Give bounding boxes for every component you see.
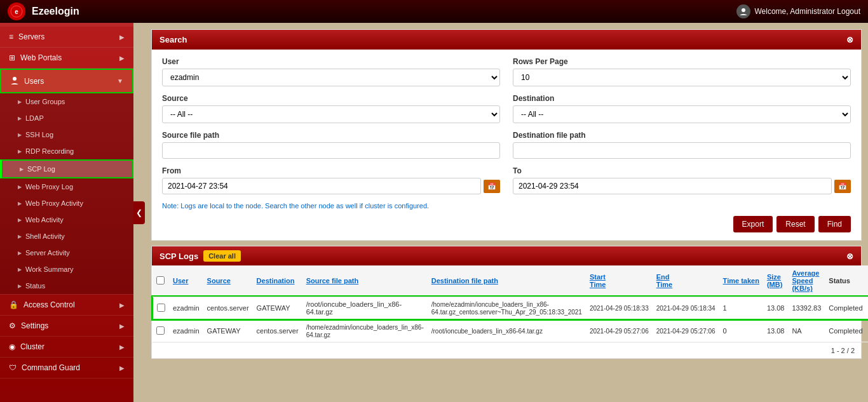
- to-date-field: 📅: [513, 178, 851, 194]
- speed-sort-link[interactable]: AverageSpeed(KB/s): [792, 269, 819, 292]
- row2-checkbox-cell: [153, 319, 169, 342]
- command-guard-chevron: ▶: [119, 365, 125, 372]
- col-user: User: [169, 265, 203, 297]
- start-time-sort-link[interactable]: StartTime: [590, 273, 606, 288]
- source-file-path-group: Source file path: [162, 131, 500, 159]
- sidebar-item-settings[interactable]: ⚙ Settings ▶: [0, 316, 133, 336]
- row1-dest-path: /home/ezadmin/ioncube_loaders_lin_x86-64…: [428, 297, 586, 319]
- row1-checkbox[interactable]: [157, 304, 165, 312]
- sidebar-item-shell-activity[interactable]: Shell Activity: [0, 228, 133, 245]
- row1-size: 13.08: [763, 297, 789, 319]
- sidebar-label-servers: Servers: [18, 32, 44, 41]
- sidebar-item-web-proxy-activity[interactable]: Web Proxy Activity: [0, 195, 133, 211]
- sidebar-item-status[interactable]: Status: [0, 278, 133, 294]
- pagination: 1 - 2 / 2: [152, 342, 861, 358]
- sidebar-item-command-guard[interactable]: 🛡 Command Guard ▶: [0, 358, 133, 378]
- source-label: Source: [162, 94, 500, 103]
- reset-button[interactable]: Reset: [776, 216, 814, 232]
- search-buttons: Export Reset Find: [162, 216, 851, 232]
- row1-checkbox-cell: [153, 297, 169, 319]
- sidebar-item-servers[interactable]: ≡ Servers ▶: [0, 27, 133, 47]
- svg-text:e: e: [15, 8, 18, 15]
- sidebar-section-command-guard: 🛡 Command Guard ▶: [0, 358, 133, 379]
- row2-start-time: 2021-04-29 05:27:06: [586, 319, 653, 342]
- col-checkbox: [153, 265, 169, 297]
- row1-time-taken: 1: [719, 297, 763, 319]
- dst-path-sort-link[interactable]: Destination file path: [431, 277, 498, 285]
- access-control-chevron: ▶: [119, 302, 125, 309]
- destination-sort-link[interactable]: Destination: [257, 277, 295, 285]
- sidebar-item-web-portals[interactable]: ⊞ Web Portals ▶: [0, 48, 133, 68]
- size-sort-link[interactable]: Size(MB): [767, 273, 782, 288]
- sidebar-label-access-control: Access Control: [24, 300, 75, 309]
- sidebar-section-cluster: ◉ Cluster ▶: [0, 337, 133, 358]
- row2-source-path: /home/ezadmin/ioncube_loaders_lin_x86-64…: [302, 319, 428, 342]
- sidebar-item-scp-log[interactable]: SCP Log: [0, 159, 133, 178]
- sidebar-section-users: Users ▼ User Groups LDAP SSH Log RDP Rec…: [0, 69, 133, 295]
- search-panel: Search ⊗ User ezadmin Rows Per Page: [151, 29, 862, 241]
- source-file-path-input[interactable]: [162, 142, 500, 159]
- to-calendar-button[interactable]: 📅: [834, 180, 851, 193]
- sidebar-item-work-summary[interactable]: Work Summary: [0, 261, 133, 278]
- export-button[interactable]: Export: [733, 216, 773, 232]
- from-date-input[interactable]: [162, 178, 481, 194]
- end-time-sort-link[interactable]: EndTime: [656, 273, 672, 288]
- clear-all-button[interactable]: Clear all: [203, 250, 241, 262]
- source-select[interactable]: -- All --: [162, 105, 500, 123]
- topbar-left: e Ezeelogin: [8, 3, 79, 20]
- search-collapse-icon[interactable]: ⊗: [846, 35, 853, 44]
- user-label: User: [162, 57, 500, 66]
- logs-header-right: ⊗: [846, 251, 853, 261]
- sidebar-collapse-button[interactable]: ❮: [133, 201, 145, 224]
- user-sort-link[interactable]: User: [173, 277, 188, 285]
- logs-collapse-icon[interactable]: ⊗: [846, 251, 853, 261]
- col-dest-file-path: Destination file path: [428, 265, 586, 297]
- sidebar-item-user-groups[interactable]: User Groups: [0, 93, 133, 110]
- user-select[interactable]: ezadmin: [162, 69, 500, 86]
- command-guard-icon: 🛡: [9, 363, 17, 372]
- source-file-path-label: Source file path: [162, 131, 500, 140]
- sidebar-item-access-control[interactable]: 🔒 Access Control ▶: [0, 295, 133, 315]
- sidebar-item-ssh-log[interactable]: SSH Log: [0, 126, 133, 143]
- settings-chevron: ▶: [119, 323, 125, 330]
- form-row-4: From 📅 To 📅: [162, 166, 851, 194]
- row2-checkbox[interactable]: [156, 326, 165, 335]
- rows-per-page-select[interactable]: 10: [513, 69, 851, 86]
- form-row-2: Source -- All -- Destination -- All --: [162, 94, 851, 123]
- to-date-group: To 📅: [513, 166, 851, 194]
- to-date-input[interactable]: [513, 178, 832, 194]
- source-field-group: Source -- All --: [162, 94, 500, 123]
- from-label: From: [162, 166, 500, 175]
- web-portals-icon: ⊞: [9, 53, 15, 62]
- col-status: Status: [825, 265, 866, 297]
- web-portals-chevron: ▶: [119, 55, 125, 62]
- find-button[interactable]: Find: [818, 216, 851, 232]
- from-date-group: From 📅: [162, 166, 500, 194]
- row2-dest-path: /root/ioncube_loaders_lin_x86-64.tar.gz: [428, 319, 586, 342]
- form-row-1: User ezadmin Rows Per Page 10: [162, 57, 851, 86]
- svg-point-3: [13, 77, 17, 81]
- col-size: Size(MB): [763, 265, 789, 297]
- settings-icon: ⚙: [9, 321, 16, 330]
- destination-select[interactable]: -- All --: [513, 105, 851, 123]
- dest-file-path-input[interactable]: [513, 142, 851, 159]
- source-sort-link[interactable]: Source: [207, 277, 231, 285]
- src-path-sort-link[interactable]: Source file path: [306, 277, 359, 285]
- select-all-checkbox[interactable]: [156, 276, 165, 285]
- sidebar-item-ldap[interactable]: LDAP: [0, 110, 133, 126]
- sidebar-item-cluster[interactable]: ◉ Cluster ▶: [0, 337, 133, 357]
- users-chevron: ▼: [117, 77, 123, 84]
- sidebar-item-web-activity[interactable]: Web Activity: [0, 211, 133, 228]
- row1-end-time: 2021-04-29 05:18:34: [653, 297, 719, 319]
- table-row: ezadmin centos.server GATEWAY /root/ionc…: [153, 297, 868, 319]
- sidebar-item-web-proxy-log[interactable]: Web Proxy Log: [0, 178, 133, 195]
- sidebar-section-web-portals: ⊞ Web Portals ▶: [0, 48, 133, 69]
- access-control-icon: 🔒: [9, 300, 18, 309]
- sidebar-item-rdp-recording[interactable]: RDP Recording: [0, 143, 133, 159]
- from-calendar-button[interactable]: 📅: [484, 180, 500, 193]
- row2-status: Completed: [825, 319, 866, 342]
- sidebar-item-server-activity[interactable]: Server Activity: [0, 245, 133, 261]
- logs-panel: SCP Logs Clear all ⊗ User Source Destina…: [151, 246, 862, 359]
- time-taken-sort-link[interactable]: Time taken: [723, 277, 759, 285]
- sidebar-item-users[interactable]: Users ▼: [0, 69, 133, 93]
